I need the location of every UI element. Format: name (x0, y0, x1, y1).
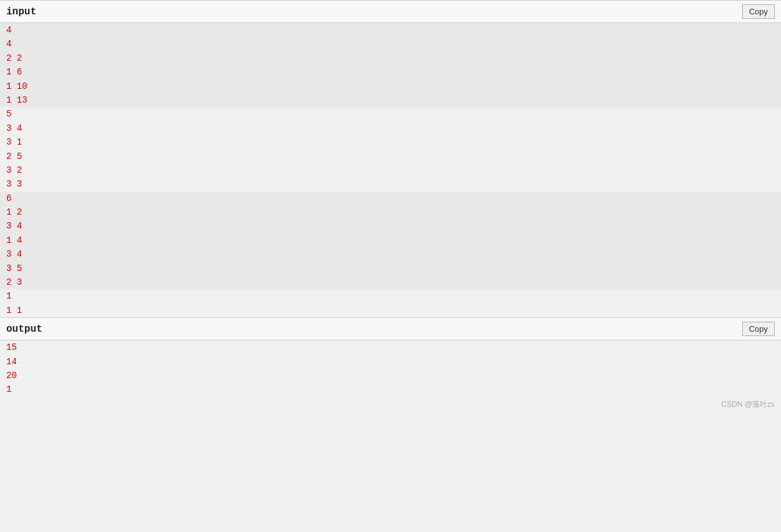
input-title: input (6, 6, 36, 18)
output-line: 15 (0, 340, 781, 354)
input-header: input Copy (0, 0, 781, 23)
input-section: input Copy 442 21 61 101 1353 43 12 53 2… (0, 0, 781, 317)
output-code-block: 1514201 (0, 340, 781, 397)
input-line: 1 (0, 289, 781, 303)
input-code-block: 442 21 61 101 1353 43 12 53 23 361 23 41… (0, 23, 781, 317)
input-line: 1 13 (0, 93, 781, 107)
input-line: 1 4 (0, 233, 781, 247)
input-line: 6 (0, 192, 781, 205)
input-line: 2 2 (0, 51, 781, 65)
input-line: 1 1 (0, 304, 781, 317)
input-line: 5 (0, 107, 781, 121)
input-line: 1 2 (0, 205, 781, 219)
input-line: 4 (0, 37, 781, 51)
output-header: output Copy (0, 317, 781, 340)
input-line: 2 3 (0, 275, 781, 289)
output-line: 20 (0, 369, 781, 382)
input-line: 2 5 (0, 150, 781, 163)
input-line: 4 (0, 23, 781, 37)
input-line: 3 5 (0, 262, 781, 275)
input-line: 1 10 (0, 79, 781, 93)
input-line: 1 6 (0, 65, 781, 79)
input-line: 3 2 (0, 163, 781, 177)
input-line: 3 4 (0, 219, 781, 233)
output-copy-button[interactable]: Copy (742, 322, 775, 336)
output-title: output (6, 324, 43, 335)
input-line: 3 4 (0, 121, 781, 135)
input-line: 3 4 (0, 247, 781, 261)
watermark: CSDN @落叶zs (0, 397, 781, 412)
output-section: output Copy 1514201 CSDN @落叶zs (0, 317, 781, 412)
output-line: 1 (0, 382, 781, 396)
input-line: 3 3 (0, 177, 781, 191)
output-line: 14 (0, 355, 781, 369)
input-copy-button[interactable]: Copy (742, 4, 775, 19)
input-line: 3 1 (0, 135, 781, 149)
